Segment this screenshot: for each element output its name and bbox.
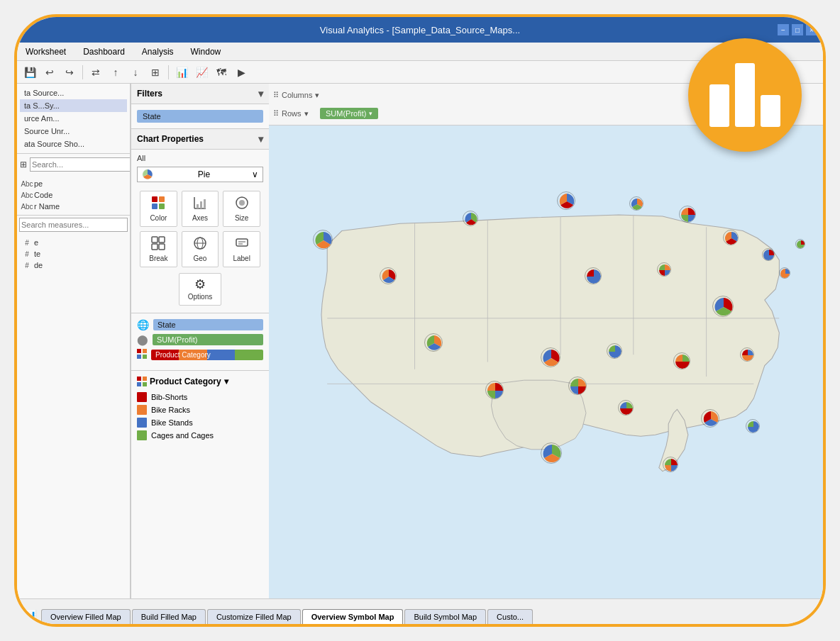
- dimensions-section: Abcpe AbcCode Abcr Name: [17, 175, 130, 216]
- pie-marker-7[interactable]: [723, 230, 739, 245]
- source-item-4[interactable]: Source Unr...: [20, 125, 127, 138]
- source-item-1[interactable]: ta Source...: [20, 87, 127, 99]
- rows-arrow[interactable]: ▾: [304, 109, 309, 118]
- toolbar-chart2[interactable]: 📈: [193, 64, 210, 81]
- columns-label-text: Columns: [282, 91, 312, 99]
- size-icon: [235, 196, 249, 212]
- close-button[interactable]: ×: [806, 24, 817, 35]
- pie-marker-17[interactable]: [618, 400, 634, 416]
- svg-rect-24: [137, 355, 141, 359]
- chart-props-header: Chart Properties ▾: [131, 129, 269, 150]
- field-te[interactable]: #te: [20, 248, 127, 260]
- pie-marker-ne2[interactable]: [779, 267, 790, 279]
- sum-profit-pill[interactable]: SUM(Profit) ▾: [320, 108, 378, 119]
- pie-marker-9[interactable]: [657, 262, 671, 277]
- chart-props-arrow[interactable]: ▾: [258, 133, 263, 145]
- tab-build-symbol[interactable]: Build Symbol Map: [404, 609, 486, 624]
- legend-item-1[interactable]: Bib-Shorts: [137, 391, 263, 403]
- pie-marker-16[interactable]: [485, 381, 504, 399]
- maximize-button[interactable]: □: [792, 24, 803, 35]
- mark-break-label: Break: [149, 255, 167, 262]
- shelf-item-category-row: Product Category: [137, 349, 263, 361]
- add-view-button[interactable]: 📊: [20, 607, 40, 624]
- legend-dropdown-arrow[interactable]: ▾: [224, 377, 228, 386]
- columns-arrow[interactable]: ▾: [315, 91, 319, 100]
- toolbar-map[interactable]: 🗺: [213, 64, 230, 81]
- legend-title-icon: [137, 377, 147, 386]
- source-item-5[interactable]: ata Source Sho...: [20, 138, 127, 150]
- mark-color-button[interactable]: Color: [140, 191, 177, 227]
- color-icon: [151, 196, 165, 212]
- chart-type-select[interactable]: Pie ∨: [137, 167, 263, 182]
- field-name[interactable]: Abcr Name: [20, 201, 127, 212]
- shelf-profit-pill[interactable]: SUM(Profit): [153, 334, 263, 345]
- tab-overview-filled[interactable]: Overview Filled Map: [41, 609, 131, 624]
- pie-marker-21[interactable]: [663, 457, 678, 472]
- field-type[interactable]: Abcpe: [20, 178, 127, 189]
- grid-view-toggle[interactable]: ⊞: [19, 156, 28, 173]
- toolbar-sort-asc[interactable]: ↑: [107, 64, 124, 81]
- tab-overview-symbol[interactable]: Overview Symbol Map: [302, 609, 404, 624]
- toolbar-run[interactable]: ▶: [233, 64, 250, 81]
- measures-search-input[interactable]: [19, 218, 128, 232]
- toolbar-undo[interactable]: ↩: [41, 64, 58, 81]
- window-controls: − □ ×: [778, 24, 817, 35]
- mark-label-button[interactable]: Label: [223, 231, 260, 267]
- toolbar-sort-desc[interactable]: ↓: [127, 64, 144, 81]
- pie-marker-10[interactable]: [712, 296, 734, 317]
- sum-profit-arrow: ▾: [369, 110, 372, 117]
- mark-axes-button[interactable]: Axes: [182, 191, 219, 227]
- mark-size-button[interactable]: Size: [223, 191, 260, 227]
- source-item-2[interactable]: ta S...Sy...: [20, 99, 127, 112]
- field-code[interactable]: AbcCode: [20, 189, 127, 201]
- field-e[interactable]: #e: [20, 237, 127, 248]
- legend-item-3[interactable]: Bike Stands: [137, 416, 263, 429]
- pie-marker-ne3[interactable]: [795, 239, 805, 249]
- tab-build-filled[interactable]: Build Filled Map: [132, 609, 206, 624]
- pie-marker-12[interactable]: [541, 347, 560, 367]
- filters-label: Filters: [137, 89, 162, 99]
- minimize-button[interactable]: −: [778, 24, 789, 35]
- toolbar-swap[interactable]: ⇄: [87, 64, 104, 81]
- toolbar-fit[interactable]: ⊞: [147, 64, 164, 81]
- field-de[interactable]: #de: [20, 260, 127, 271]
- mark-break-button[interactable]: Break: [140, 231, 177, 267]
- rows-grid-icon: ⠿: [273, 109, 279, 118]
- pie-marker-5[interactable]: [629, 196, 643, 211]
- sum-profit-text: SUM(Profit): [326, 109, 366, 118]
- chart-all-label: All: [137, 154, 263, 162]
- field-search-input[interactable]: [30, 157, 131, 172]
- tab-custo[interactable]: Custo...: [487, 609, 533, 624]
- app-title: Visual Analytics - [Sample_Data_Source_M…: [320, 25, 520, 35]
- shelf-item-profit-row: ⬤ SUM(Profit): [137, 334, 263, 345]
- toolbar-save[interactable]: 💾: [21, 64, 38, 81]
- filters-arrow[interactable]: ▾: [258, 88, 263, 99]
- shelf-state-pill[interactable]: State: [153, 319, 263, 330]
- menu-dashboard[interactable]: Dashboard: [80, 45, 128, 58]
- legend-title: Product Category ▾: [137, 377, 263, 386]
- filter-state[interactable]: State: [137, 110, 263, 123]
- legend-item-4[interactable]: Cages and Cages: [137, 429, 263, 442]
- legend-item-2[interactable]: Bike Racks: [137, 403, 263, 416]
- mark-options-button[interactable]: ⚙ Options: [179, 273, 221, 306]
- dimension-icon-small: [137, 349, 147, 361]
- toolbar-chart1[interactable]: 📊: [173, 64, 190, 81]
- shelf-category-pill[interactable]: Product Category: [151, 350, 263, 360]
- pie-marker-19[interactable]: [746, 419, 760, 433]
- pie-marker-11[interactable]: [424, 333, 443, 352]
- left-sidebar: ta Source... ta S...Sy... urce Am... Sou…: [17, 84, 131, 598]
- svg-rect-15: [159, 244, 165, 250]
- map-area: [269, 126, 823, 598]
- menu-worksheet[interactable]: Worksheet: [23, 45, 69, 58]
- field-code-icon: Abc: [23, 191, 31, 199]
- pie-marker-22[interactable]: [568, 377, 587, 395]
- chart-props-section: All Pie ∨: [131, 150, 269, 313]
- mark-geo-button[interactable]: Geo: [182, 231, 219, 267]
- menu-analysis[interactable]: Analysis: [139, 45, 177, 58]
- tab-customize-filled[interactable]: Customize Filled Map: [207, 609, 301, 624]
- source-item-3[interactable]: urce Am...: [20, 112, 127, 125]
- toolbar-redo[interactable]: ↪: [61, 64, 78, 81]
- title-bar: Visual Analytics - [Sample_Data_Source_M…: [17, 17, 823, 43]
- menu-window[interactable]: Window: [188, 45, 224, 58]
- pie-marker-20[interactable]: [541, 442, 562, 464]
